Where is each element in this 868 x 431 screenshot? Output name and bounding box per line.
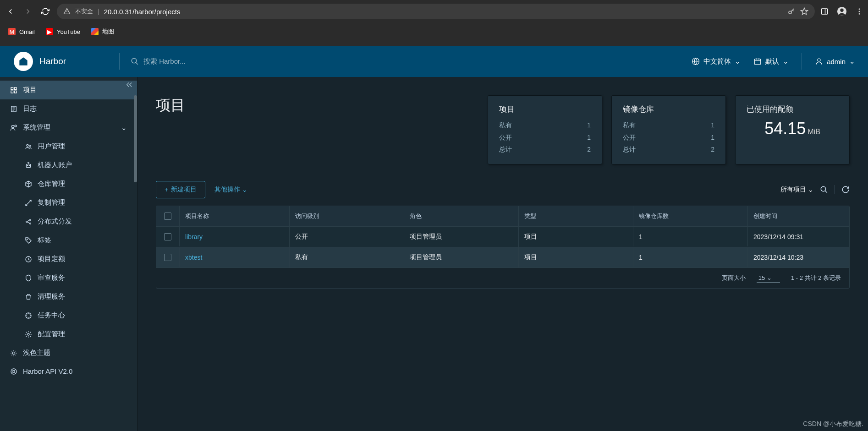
svg-point-19 xyxy=(29,145,31,146)
theme-selector[interactable]: 默认 ⌄ xyxy=(753,57,789,66)
page-header: 项目 项目 私有1 公开1 总计2 镜像仓库 私有1 公开1 总计2 已使用的配… xyxy=(156,95,850,164)
bookmarks-bar: MGmail ▶YouTube 地图 xyxy=(0,23,868,40)
gear-icon xyxy=(25,331,32,338)
replication-icon xyxy=(25,199,32,207)
bookmark-maps[interactable]: 地图 xyxy=(91,27,114,36)
select-all-checkbox[interactable] xyxy=(164,213,171,220)
sidebar-item-interrogation[interactable]: 审查服务 xyxy=(25,268,137,287)
sidebar-item-replication[interactable]: 复制管理 xyxy=(25,193,137,212)
globe-icon xyxy=(692,57,700,65)
card-repos: 镜像仓库 私有1 公开1 总计2 xyxy=(611,95,726,164)
header-divider xyxy=(802,53,802,70)
search-icon[interactable] xyxy=(820,185,828,194)
sidebar-item-label: 机器人账户 xyxy=(38,161,72,169)
language-selector[interactable]: 中文简体 ⌄ xyxy=(692,57,741,66)
chevron-down-icon: ⌄ xyxy=(783,57,789,65)
svg-rect-13 xyxy=(11,91,13,93)
table-toolbar: +新建项目 其他操作⌄ 所有项目⌄ xyxy=(156,181,850,198)
page-size-select[interactable]: 15 ⌄ xyxy=(757,273,780,283)
sidebar-item-api[interactable]: Harbor API V2.0 xyxy=(0,362,137,380)
sidebar-scrollbar[interactable] xyxy=(134,95,137,182)
distribute-icon xyxy=(25,218,32,225)
url-text: 20.0.0.31/harbor/projects xyxy=(104,8,783,16)
quota-unit: MiB xyxy=(808,128,820,136)
sidebar-item-gc[interactable]: 清理服务 xyxy=(25,287,137,306)
sidebar-item-logs[interactable]: 日志 xyxy=(0,99,137,118)
row-checkbox[interactable] xyxy=(164,233,171,240)
key-icon[interactable] xyxy=(787,7,796,16)
user-menu[interactable]: admin ⌄ xyxy=(815,57,855,65)
page-size-label: 页面大小 xyxy=(722,274,746,282)
warning-icon xyxy=(63,8,71,15)
row-checkbox[interactable] xyxy=(164,254,171,261)
table-row[interactable]: xbtest 私有 项目管理员 项目 1 2023/12/14 10:23 xyxy=(156,247,849,268)
logo-area[interactable]: Harbor xyxy=(0,52,119,71)
divider xyxy=(835,185,835,194)
forward-button[interactable] xyxy=(22,5,34,17)
sidebar-item-light-theme[interactable]: 浅色主题 xyxy=(0,344,137,362)
col-role[interactable]: 角色 xyxy=(404,206,518,226)
svg-point-5 xyxy=(859,11,860,12)
svg-point-23 xyxy=(26,221,27,222)
chevron-down-icon: ⌄ xyxy=(808,186,813,193)
sidebar-item-config[interactable]: 配置管理 xyxy=(25,325,137,344)
col-name[interactable]: 项目名称 xyxy=(179,206,289,226)
robot-icon xyxy=(25,162,32,169)
users-icon xyxy=(25,143,32,150)
sidebar-item-distribution[interactable]: 分布式分发 xyxy=(25,212,137,231)
quota-value: 54.15 xyxy=(764,119,806,138)
chevron-down-icon: ⌄ xyxy=(849,57,855,65)
sidebar-item-admin[interactable]: 系统管理 ⌄ xyxy=(0,118,137,137)
menu-icon[interactable] xyxy=(855,7,863,16)
sidebar-item-quotas[interactable]: 项目定额 xyxy=(25,250,137,268)
svg-point-3 xyxy=(840,9,843,12)
sidebar-item-users[interactable]: 用户管理 xyxy=(25,137,137,156)
global-search[interactable]: 搜索 Harbor... xyxy=(120,57,679,66)
svg-point-16 xyxy=(11,125,14,127)
other-actions-dropdown[interactable]: 其他操作⌄ xyxy=(214,185,247,194)
sidebar-item-label: 用户管理 xyxy=(38,142,65,151)
url-bar[interactable]: 不安全 | 20.0.0.31/harbor/projects xyxy=(57,4,815,19)
refresh-icon[interactable] xyxy=(841,185,850,194)
new-project-button[interactable]: +新建项目 xyxy=(156,181,205,198)
star-icon[interactable] xyxy=(800,7,808,16)
reload-button[interactable] xyxy=(39,5,51,17)
col-repos[interactable]: 镜像仓库数 xyxy=(633,206,747,226)
sidebar-collapse-icon[interactable] xyxy=(125,81,133,89)
api-icon xyxy=(10,368,17,375)
back-button[interactable] xyxy=(5,5,16,17)
bookmark-youtube[interactable]: ▶YouTube xyxy=(46,28,80,35)
tag-icon xyxy=(25,237,32,244)
jobs-icon xyxy=(25,312,32,319)
col-type[interactable]: 类型 xyxy=(518,206,633,226)
table-row[interactable]: library 公开 项目管理员 项目 1 2023/12/14 09:31 xyxy=(156,227,849,247)
bookmark-gmail[interactable]: MGmail xyxy=(8,28,35,35)
sidebar-item-projects[interactable]: 项目 xyxy=(0,81,137,99)
sidebar-item-jobservice[interactable]: 任务中心 xyxy=(25,306,137,325)
svg-point-30 xyxy=(12,352,15,354)
chrome-actions xyxy=(820,6,863,16)
chevron-down-icon: ⌄ xyxy=(242,186,247,193)
profile-icon[interactable] xyxy=(837,6,847,16)
admin-icon xyxy=(10,124,17,131)
sidebar-item-robots[interactable]: 机器人账户 xyxy=(25,156,137,175)
filter-dropdown[interactable]: 所有项目⌄ xyxy=(780,185,813,194)
svg-point-32 xyxy=(821,186,826,191)
search-placeholder: 搜索 Harbor... xyxy=(143,57,186,66)
chevron-down-icon: ⌄ xyxy=(121,124,127,132)
table-header: 项目名称 访问级别 角色 类型 镜像仓库数 创建时间 xyxy=(156,206,849,227)
main-content: 项目 项目 私有1 公开1 总计2 镜像仓库 私有1 公开1 总计2 已使用的配… xyxy=(137,77,868,431)
watermark: CSDN @小布爱吃糖. xyxy=(803,420,863,428)
col-created[interactable]: 创建时间 xyxy=(747,206,849,226)
panel-icon[interactable] xyxy=(820,7,829,16)
col-access[interactable]: 访问级别 xyxy=(289,206,404,226)
card-projects: 项目 私有1 公开1 总计2 xyxy=(488,95,602,164)
sidebar-item-label: 复制管理 xyxy=(38,198,65,207)
brand-name: Harbor xyxy=(39,56,66,66)
sidebar-item-registries[interactable]: 仓库管理 xyxy=(25,175,137,193)
project-link[interactable]: xbtest xyxy=(185,254,202,261)
project-link[interactable]: library xyxy=(185,233,203,240)
svg-point-25 xyxy=(30,223,31,224)
sidebar-item-labels[interactable]: 标签 xyxy=(25,231,137,250)
sidebar-item-label: 标签 xyxy=(38,236,51,245)
